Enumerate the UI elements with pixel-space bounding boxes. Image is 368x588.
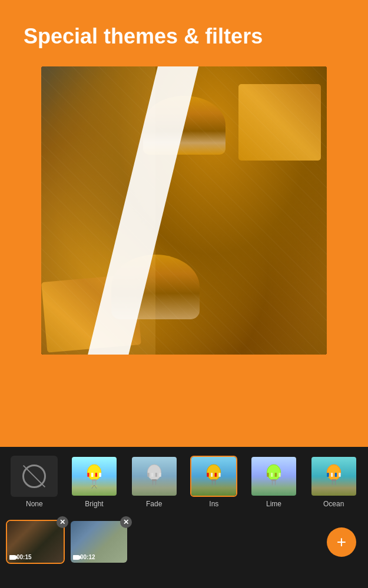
svg-point-35 — [327, 465, 340, 480]
svg-rect-36 — [327, 473, 329, 477]
timeline-clip-2[interactable]: ✕ 00:12 — [69, 520, 128, 564]
svg-rect-31 — [279, 473, 280, 477]
balloon-ins-icon — [199, 462, 228, 491]
svg-point-0 — [87, 465, 101, 480]
burger-bottom — [111, 255, 200, 319]
svg-rect-13 — [151, 473, 153, 477]
svg-rect-24 — [211, 479, 216, 481]
clip2-video-icon — [73, 555, 79, 560]
filter-bright-bg — [72, 457, 117, 496]
svg-rect-3 — [95, 473, 97, 477]
filters-row: None — [0, 447, 368, 511]
page-title: Special themes & filters — [24, 24, 344, 49]
svg-rect-40 — [331, 479, 336, 481]
svg-rect-28 — [267, 473, 268, 477]
filter-ocean-bg — [311, 457, 356, 496]
filter-ins-thumb — [190, 456, 237, 497]
burger-top — [143, 96, 226, 155]
svg-rect-29 — [271, 473, 273, 477]
clip2-close-button[interactable]: ✕ — [120, 516, 132, 528]
filter-lime-thumb — [250, 456, 297, 497]
clip2-duration: 00:12 — [73, 554, 95, 560]
filter-none-label: None — [26, 500, 43, 508]
filter-lime-label: Lime — [266, 500, 281, 508]
svg-rect-32 — [271, 479, 276, 481]
svg-point-27 — [267, 465, 280, 480]
timeline-row: ✕ 00:15 ✕ 00:12 + — [0, 514, 368, 570]
svg-rect-15 — [159, 473, 161, 477]
none-icon — [22, 465, 46, 488]
filter-item-ins[interactable]: Ins — [185, 456, 243, 508]
svg-rect-2 — [91, 473, 93, 477]
filter-ocean-thumb — [310, 456, 357, 497]
filter-item-bright[interactable]: Bright — [66, 456, 123, 508]
filter-bright-label: Bright — [85, 500, 103, 508]
main-image-container — [41, 66, 327, 355]
food-image — [41, 66, 327, 355]
balloon-ocean-icon — [319, 462, 349, 491]
balloon-fade-icon — [140, 462, 169, 491]
header: Special themes & filters — [0, 0, 368, 61]
timeline-clip-1[interactable]: ✕ 00:15 — [6, 520, 65, 564]
svg-rect-4 — [99, 473, 101, 477]
filter-fade-thumb — [131, 456, 178, 497]
svg-point-11 — [147, 465, 161, 480]
svg-point-19 — [207, 465, 221, 480]
svg-rect-30 — [275, 473, 277, 477]
svg-rect-38 — [334, 473, 336, 477]
filter-item-lime[interactable]: Lime — [246, 456, 303, 508]
fries-top-right — [238, 84, 321, 161]
filter-none-thumb — [11, 456, 58, 497]
filter-ocean-label: Ocean — [323, 500, 344, 508]
svg-rect-23 — [219, 473, 221, 477]
add-button-label: + — [337, 533, 346, 552]
filter-lime-bg — [251, 457, 296, 496]
svg-rect-37 — [331, 473, 333, 477]
filter-item-ocean[interactable]: Ocean — [305, 456, 362, 508]
bottom-panel: None — [0, 447, 368, 588]
svg-rect-1 — [87, 473, 89, 477]
clip1-close-button[interactable]: ✕ — [57, 516, 68, 528]
svg-rect-22 — [215, 473, 217, 477]
balloon-bright-icon — [79, 462, 109, 491]
filter-item-none[interactable]: None — [6, 456, 63, 508]
clip1-duration: 00:15 — [9, 554, 32, 560]
filter-fade-bg — [132, 457, 177, 496]
svg-rect-12 — [147, 473, 149, 477]
clip1-video-icon — [9, 555, 15, 560]
filter-ins-label: Ins — [209, 500, 218, 508]
filter-fade-label: Fade — [146, 500, 162, 508]
svg-rect-16 — [152, 479, 157, 481]
filter-bright-thumb — [71, 456, 118, 497]
svg-rect-14 — [155, 473, 157, 477]
svg-rect-5 — [92, 479, 97, 481]
svg-rect-20 — [207, 473, 209, 477]
balloon-lime-icon — [259, 462, 289, 491]
svg-rect-39 — [339, 473, 340, 477]
filter-item-fade[interactable]: Fade — [125, 456, 183, 508]
filter-ins-bg — [191, 457, 236, 496]
svg-rect-21 — [211, 473, 213, 477]
add-clip-button[interactable]: + — [327, 527, 356, 557]
